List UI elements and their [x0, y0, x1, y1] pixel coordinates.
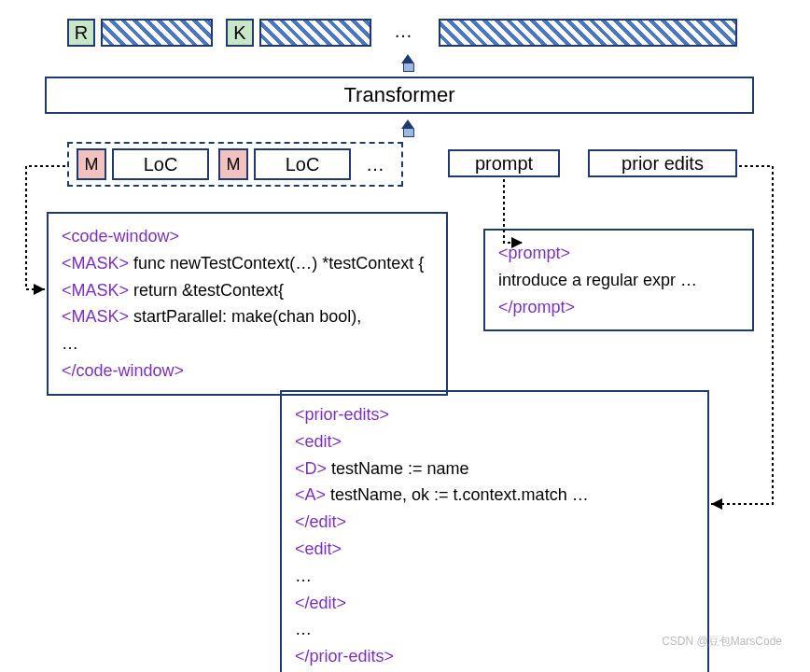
mask-loc-group: M LoC M LoC … [67, 142, 403, 187]
watermark: CSDN @豆包MarsCode [662, 634, 782, 650]
mask-ellipsis: … [366, 154, 384, 175]
prior-edits-close: </prior-edits> [295, 643, 694, 670]
code-line-2: <MASK> return &testContext{ [62, 277, 433, 304]
token-r: R [67, 19, 95, 47]
edit-ellipsis-1: … [295, 563, 694, 590]
prior-edits-label: prior edits [588, 149, 737, 177]
edit-close-1: </edit> [295, 509, 694, 536]
code-line-3: <MASK> startParallel: make(chan bool), [62, 303, 433, 330]
prior-edits-open: <prior-edits> [295, 401, 694, 428]
token-k: K [226, 19, 254, 47]
loc-box-1: LoC [112, 148, 209, 180]
hatched-block-2 [259, 19, 371, 47]
diagram-root: R K … Transformer M LoC M LoC … prompt p… [19, 19, 791, 653]
prior-edits-box: <prior-edits> <edit> <D> testName := nam… [280, 390, 709, 672]
prompt-label: prompt [448, 149, 560, 177]
edit-open-2: <edit> [295, 536, 694, 563]
code-window-box: <code-window> <MASK> func newTestContext… [47, 212, 448, 396]
hatched-block-1 [101, 19, 213, 47]
hatched-block-3 [439, 19, 737, 47]
code-ellipsis: … [62, 330, 433, 357]
code-window-open-tag: <code-window> [62, 223, 433, 250]
edit-close-2: </edit> [295, 590, 694, 617]
top-ellipsis: … [394, 21, 412, 42]
prompt-text: introduce a regular expr … [498, 267, 739, 294]
mask-token-1: M [77, 148, 106, 180]
prompt-open-tag: <prompt> [498, 240, 739, 267]
loc-box-2: LoC [254, 148, 351, 180]
up-arrow-bottom [401, 119, 414, 129]
mask-token-2: M [218, 148, 248, 180]
prompt-close-tag: </prompt> [498, 294, 739, 321]
edit-a-line: <A> testName, ok := t.context.match … [295, 482, 694, 509]
edit-open-1: <edit> [295, 428, 694, 455]
prompt-box: <prompt> introduce a regular expr … </pr… [483, 229, 754, 331]
up-arrow-top [401, 54, 414, 63]
edit-d-line: <D> testName := name [295, 455, 694, 483]
edit-ellipsis-2: … [295, 616, 694, 643]
transformer-box: Transformer [45, 77, 754, 114]
code-line-1: <MASK> func newTestContext(…) *testConte… [62, 250, 433, 277]
code-window-close-tag: </code-window> [62, 357, 433, 385]
